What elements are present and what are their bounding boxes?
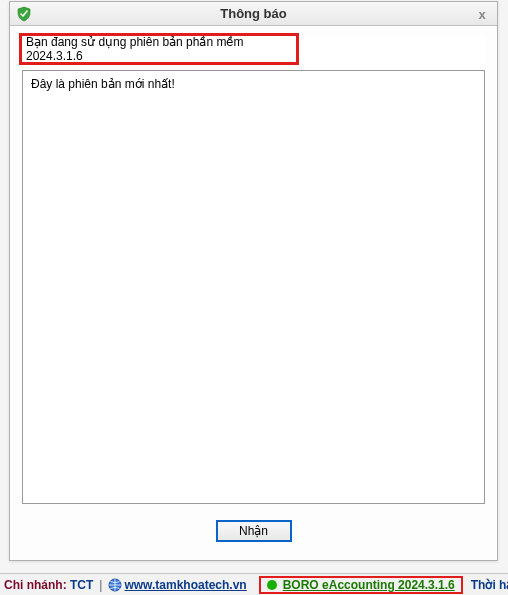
branch-label: Chi nhánh: xyxy=(4,578,67,592)
status-dot-icon xyxy=(267,580,277,590)
button-bar: Nhận xyxy=(10,514,497,548)
app-version-link[interactable]: BORO eAccounting 2024.3.1.6 xyxy=(283,578,455,592)
ok-button[interactable]: Nhận xyxy=(216,520,292,542)
dialog-content: Bạn đang sử dụng phiên bản phần mềm 2024… xyxy=(22,36,485,504)
status-bar: Chi nhánh: TCT | www.tamkhoatech.vn BORO… xyxy=(0,573,508,595)
message-area: Đây là phiên bản mới nhất! xyxy=(22,70,485,504)
message-text: Đây là phiên bản mới nhất! xyxy=(31,77,175,91)
branch-value: TCT xyxy=(70,578,93,592)
version-text: Bạn đang sử dụng phiên bản phần mềm 2024… xyxy=(26,35,296,63)
ok-button-label: Nhận xyxy=(239,524,268,538)
notification-dialog: Thông báo x Bạn đang sử dụng phiên bản p… xyxy=(9,1,498,561)
shield-icon xyxy=(16,6,32,22)
app-version-box: BORO eAccounting 2024.3.1.6 xyxy=(259,576,463,594)
close-icon: x xyxy=(478,7,485,22)
globe-icon xyxy=(108,578,122,592)
status-separator: | xyxy=(99,578,102,592)
site-link[interactable]: www.tamkhoatech.vn xyxy=(124,578,246,592)
titlebar: Thông báo x xyxy=(10,2,497,26)
version-highlight-box: Bạn đang sử dụng phiên bản phần mềm 2024… xyxy=(19,33,299,65)
status-trailing: Thời hạ xyxy=(471,578,508,592)
close-button[interactable]: x xyxy=(473,5,491,23)
dialog-title: Thông báo xyxy=(10,6,497,21)
